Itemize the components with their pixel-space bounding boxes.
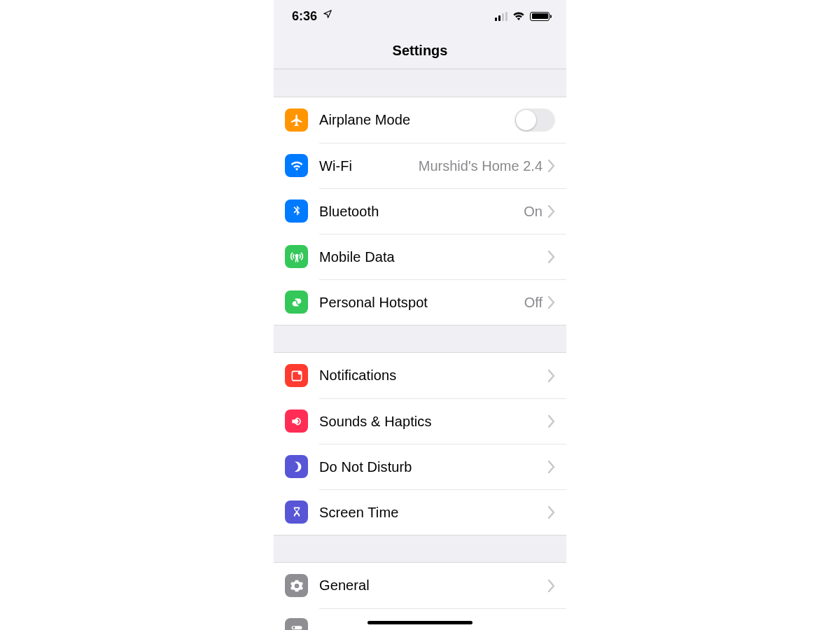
page-header: Settings: [274, 32, 566, 69]
row-bluetooth[interactable]: Bluetooth On: [274, 188, 566, 234]
row-do-not-disturb[interactable]: Do Not Disturb: [274, 444, 566, 489]
row-value: Murshid's Home 2.4: [419, 158, 542, 174]
chevron-right-icon: [548, 415, 555, 428]
page-title: Settings: [393, 43, 448, 59]
group-spacer: [274, 325, 566, 353]
status-time: 6:36: [292, 9, 317, 24]
row-value: Off: [524, 295, 542, 311]
chevron-right-icon: [548, 296, 555, 309]
airplane-icon: [285, 108, 308, 132]
row-notifications[interactable]: Notifications: [274, 353, 566, 398]
row-label: Bluetooth: [319, 204, 524, 220]
group-spacer: [274, 69, 566, 97]
phone-frame: 6:36 Settings: [274, 0, 566, 630]
status-bar: 6:36: [274, 0, 566, 32]
row-mobile-data[interactable]: Mobile Data: [274, 234, 566, 279]
row-control-centre[interactable]: Control Centre: [274, 608, 566, 630]
chevron-right-icon: [548, 461, 555, 473]
row-label: Personal Hotspot: [319, 295, 524, 311]
chevron-right-icon: [548, 506, 555, 519]
antenna-icon: [285, 245, 308, 268]
row-label: General: [319, 578, 548, 594]
settings-group-system: General Control Centre: [274, 563, 566, 630]
settings-group-connectivity: Airplane Mode Wi-Fi Murshid's Home 2.4: [274, 97, 566, 325]
row-screen-time[interactable]: Screen Time: [274, 489, 566, 535]
row-value: On: [524, 204, 542, 220]
group-spacer: [274, 535, 566, 563]
row-airplane-mode[interactable]: Airplane Mode: [274, 97, 566, 143]
row-general[interactable]: General: [274, 563, 566, 608]
hotspot-icon: [285, 290, 308, 314]
home-indicator[interactable]: [368, 621, 472, 624]
chevron-right-icon: [548, 370, 555, 382]
row-wifi[interactable]: Wi-Fi Murshid's Home 2.4: [274, 143, 566, 188]
chevron-right-icon: [548, 580, 555, 592]
chevron-right-icon: [548, 160, 555, 172]
notifications-icon: [285, 364, 308, 387]
row-label: Do Not Disturb: [319, 459, 548, 475]
row-sounds[interactable]: Sounds & Haptics: [274, 398, 566, 444]
location-icon: [323, 9, 332, 22]
wifi-icon: [285, 154, 308, 177]
gear-icon: [285, 574, 308, 597]
moon-icon: [285, 455, 308, 478]
row-label: Screen Time: [319, 505, 548, 521]
row-label: Sounds & Haptics: [319, 414, 548, 430]
row-personal-hotspot[interactable]: Personal Hotspot Off: [274, 279, 566, 325]
wifi-status-icon: [512, 12, 525, 21]
battery-icon: [530, 12, 550, 21]
row-label: Notifications: [319, 368, 548, 384]
airplane-toggle[interactable]: [514, 108, 555, 132]
speaker-icon: [285, 410, 308, 433]
settings-group-alerts: Notifications Sounds & Haptics Do: [274, 353, 566, 535]
hourglass-icon: [285, 500, 308, 524]
row-label: Wi-Fi: [319, 158, 419, 174]
svg-point-1: [298, 371, 301, 374]
cellular-icon: [495, 12, 507, 21]
svg-point-4: [293, 626, 295, 629]
chevron-right-icon: [548, 205, 555, 218]
row-label: Airplane Mode: [319, 112, 514, 128]
toggles-icon: [285, 618, 308, 630]
chevron-right-icon: [548, 251, 555, 263]
bluetooth-icon: [285, 200, 308, 223]
row-label: Mobile Data: [319, 249, 548, 265]
